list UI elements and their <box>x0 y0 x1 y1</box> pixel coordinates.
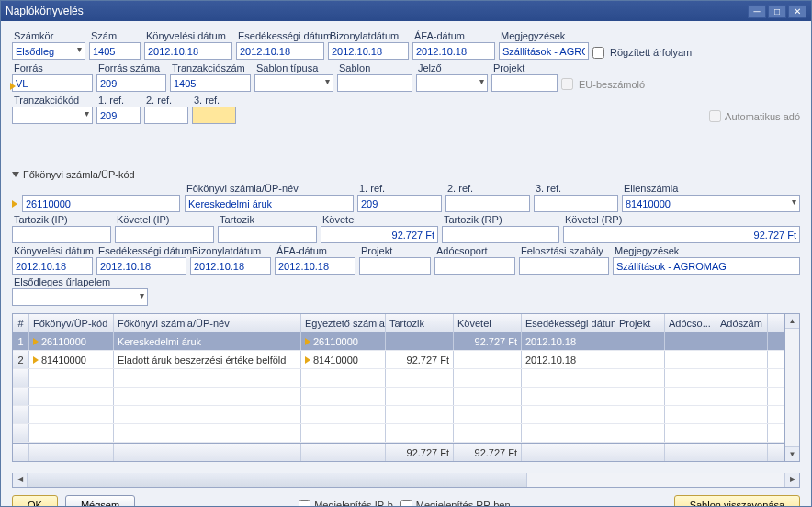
hscroll-thumb[interactable] <box>28 473 527 487</box>
eu-beszamolo-checkbox <box>561 78 573 90</box>
rogz-arfolyam-checkbox[interactable] <box>592 47 604 59</box>
cell-proj[interactable] <box>615 332 665 350</box>
kov-rp-input[interactable] <box>563 226 800 243</box>
cell-adocs[interactable] <box>665 332 716 350</box>
megj-rp-checkbox[interactable] <box>400 500 412 507</box>
section-header[interactable]: Főkönyvi számla/ÜP-kód <box>12 169 800 180</box>
cell-adosz[interactable] <box>716 332 768 350</box>
ok-button[interactable]: OK <box>12 495 58 506</box>
cell-tart[interactable] <box>386 332 454 350</box>
cell-egy[interactable]: 26110000 <box>301 332 386 350</box>
felosz-input[interactable] <box>519 257 609 275</box>
label-konyv-datum: Könyvelési dátum <box>144 30 232 41</box>
label-ref2: 2. ref. <box>144 95 188 106</box>
d-projekt-input[interactable] <box>359 257 431 275</box>
minimize-button[interactable]: ─ <box>748 5 766 18</box>
cell-adosz[interactable] <box>716 351 768 368</box>
cell-esed[interactable]: 2012.10.18 <box>522 332 615 350</box>
ref2-input[interactable] <box>144 107 188 124</box>
cell-esed[interactable]: 2012.10.18 <box>522 351 615 368</box>
col-nev[interactable]: Főkönyvi számla/ÜP-név <box>114 314 301 332</box>
sablon-tip-select[interactable] <box>254 74 333 92</box>
cell-tart[interactable]: 92.727 Ft <box>386 351 454 368</box>
detail-row-3: Könyvelési dátum Esedékességi dátum Bizo… <box>12 245 800 275</box>
table-row[interactable]: 126110000Kereskedelmi áruk2611000092.727… <box>13 332 784 351</box>
grid: # Főkönyv/ÜP-kód Főkönyvi számla/ÜP-név … <box>12 313 800 462</box>
cell-kov[interactable] <box>454 351 522 368</box>
megj-input[interactable] <box>499 42 589 60</box>
d-megj-input[interactable] <box>613 257 800 275</box>
tranz-szam-input[interactable] <box>170 74 251 92</box>
row-indicator-icon <box>10 83 16 90</box>
link-arrow-icon <box>33 338 39 345</box>
tart-rp-input[interactable] <box>442 226 559 243</box>
projekt-input[interactable] <box>491 74 558 92</box>
afa-datum-input[interactable] <box>412 42 495 60</box>
cancel-button[interactable]: Mégsem <box>65 495 135 506</box>
label-esed-datum: Esedékességi dátum <box>236 30 324 41</box>
elsodl-urlap-select[interactable] <box>12 288 148 306</box>
grid-vscroll[interactable]: ▲ ▼ <box>784 314 799 461</box>
scroll-down-icon[interactable]: ▼ <box>785 446 799 461</box>
d-afa-datum-input[interactable] <box>275 257 355 275</box>
label-tart-ip: Tartozik (IP) <box>12 214 111 225</box>
d-ref3-input[interactable] <box>534 195 618 212</box>
adocsop-input[interactable] <box>434 257 515 275</box>
cell-kov[interactable]: 92.727 Ft <box>454 332 522 350</box>
d-esed-datum-input[interactable] <box>96 257 186 275</box>
cell-adocs[interactable] <box>665 351 716 368</box>
table-row[interactable]: 281410000Eladott áruk beszerzési értéke … <box>13 351 784 369</box>
close-button[interactable]: ✕ <box>788 5 806 18</box>
col-kod[interactable]: Főkönyv/ÜP-kód <box>29 314 114 332</box>
ref3-input[interactable] <box>192 107 236 124</box>
konyv-datum-input[interactable] <box>144 42 232 60</box>
col-adocs[interactable]: Adócso... <box>665 314 716 332</box>
col-proj[interactable]: Projekt <box>615 314 665 332</box>
scroll-right-icon[interactable]: ▶ <box>784 473 799 487</box>
tart-input[interactable] <box>218 226 317 243</box>
fk-kod-input[interactable] <box>22 195 180 212</box>
scroll-up-icon[interactable]: ▲ <box>785 314 799 329</box>
col-esed[interactable]: Esedékességi dátum <box>522 314 615 332</box>
szam-input[interactable] <box>89 42 141 60</box>
cell-kod[interactable]: 26110000 <box>29 332 114 350</box>
col-tart[interactable]: Tartozik <box>386 314 454 332</box>
d-ref1-input[interactable] <box>357 195 442 212</box>
forras-szama-input[interactable] <box>96 74 166 92</box>
cell-nev[interactable]: Eladott áruk beszerzési értéke belföld <box>114 351 301 368</box>
window-title: Naplókönyvelés <box>6 5 746 17</box>
ref1-input[interactable] <box>96 107 141 124</box>
tranz-kod-select[interactable] <box>12 107 93 124</box>
kov-ip-input[interactable] <box>115 226 214 243</box>
fk-nev-input[interactable] <box>185 195 354 212</box>
cell-egy[interactable]: 81410000 <box>301 351 386 368</box>
forras-input[interactable] <box>12 74 93 92</box>
ellen-select[interactable] <box>622 195 800 212</box>
d-biz-datum-input[interactable] <box>190 257 271 275</box>
hscroll[interactable]: ◀ ▶ <box>12 473 800 488</box>
biz-datum-input[interactable] <box>328 42 409 60</box>
label-fk-nev: Főkönyvi számla/ÜP-név <box>185 183 354 194</box>
label-megj: Megjegyzések <box>499 30 589 41</box>
col-num[interactable]: # <box>13 314 29 332</box>
cell-proj[interactable] <box>615 351 665 368</box>
col-kov[interactable]: Követel <box>454 314 522 332</box>
jelzo-select[interactable] <box>416 74 488 92</box>
tart-ip-input[interactable] <box>12 226 111 243</box>
maximize-button[interactable]: □ <box>768 5 786 18</box>
cell-kod[interactable]: 81410000 <box>29 351 114 368</box>
esed-datum-input[interactable] <box>236 42 324 60</box>
label-elsodl-urlap: Elsődleges űrlapelem <box>12 276 148 287</box>
szamkor-select[interactable] <box>12 42 85 60</box>
col-egy[interactable]: Egyeztető számla <box>301 314 386 332</box>
scroll-left-icon[interactable]: ◀ <box>13 473 28 487</box>
d-konyv-datum-input[interactable] <box>12 257 93 275</box>
kov-input[interactable] <box>321 226 438 243</box>
sablon-visszavonasa-button[interactable]: Sablon visszavonása <box>674 495 800 506</box>
cell-nev[interactable]: Kereskedelmi áruk <box>114 332 301 350</box>
megj-ip-checkbox[interactable] <box>299 500 310 507</box>
label-ref1: 1. ref. <box>96 95 141 106</box>
d-ref2-input[interactable] <box>445 195 530 212</box>
sablon-input[interactable] <box>337 74 412 92</box>
col-adosz[interactable]: Adószám <box>716 314 768 332</box>
